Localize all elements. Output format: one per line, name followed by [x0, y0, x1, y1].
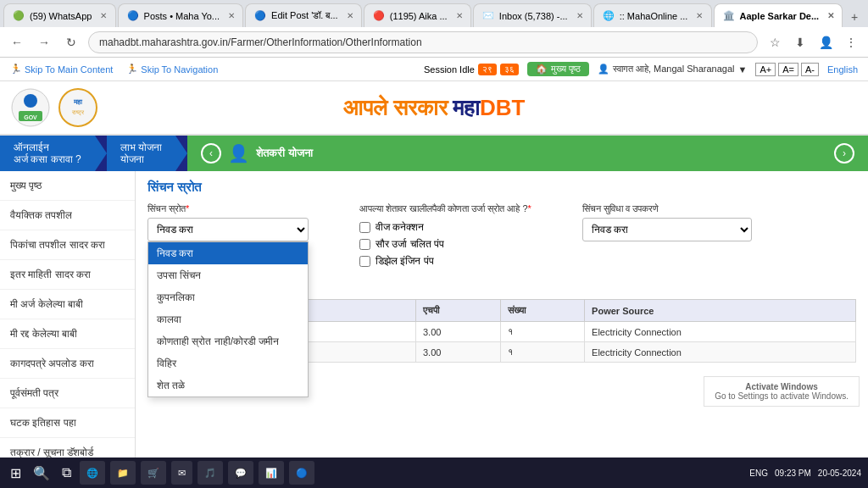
sidebar-item-other-info[interactable]: इतर माहिती सादर करा: [0, 260, 135, 290]
checkbox-diesel[interactable]: डिझेल इंजिन पंप: [359, 255, 531, 267]
taskbar-app5[interactable]: 🎵: [198, 461, 223, 485]
navigation-bar: ← → ↻ ☆ ⬇ 👤 ⋮: [0, 27, 868, 58]
checkbox-group: वीज कनेक्शन सौर उर्जा चलित पंप डिझेल इंज…: [359, 221, 531, 267]
taskbar-chrome[interactable]: 🔵: [289, 461, 314, 485]
checkbox-electricity[interactable]: वीज कनेक्शन: [359, 221, 531, 233]
font-increase-btn[interactable]: A+: [755, 63, 776, 76]
tab-label: (59) WhatsApp: [30, 11, 92, 21]
skip-nav-link[interactable]: 🏃 Skip To Navigation: [126, 64, 218, 75]
skip-main-link[interactable]: 🏃 Skip To Main Content: [10, 64, 113, 75]
tab-favicon: 🏛️: [723, 10, 735, 21]
sidebar-item-history[interactable]: घटक इतिहास पहा: [0, 408, 135, 438]
maha-dbt-text: महाDBT: [453, 95, 525, 121]
prev-btn[interactable]: ‹: [201, 143, 221, 164]
reload-button[interactable]: ↻: [61, 32, 81, 53]
source-select[interactable]: निवड करा: [147, 218, 309, 241]
tab-aaple-sarkar[interactable]: 🏛️ Aaple Sarkar De... ✕: [714, 3, 843, 27]
tab-close[interactable]: ✕: [100, 11, 107, 20]
main-content: सिंचन स्रोत सिंचन स्रोत* निवड करा निवड क…: [136, 171, 868, 458]
tab-favicon: ✉️: [482, 10, 494, 21]
url-bar[interactable]: [88, 31, 758, 53]
activate-windows-overlay: Activate Windows Go to Settings to activ…: [704, 376, 860, 407]
dropdown-option-5[interactable]: विहिर: [148, 352, 308, 374]
sidebar-item-cancelled[interactable]: मी रद्द केलेल्या बाबी: [0, 319, 135, 349]
checkbox-solar-input[interactable]: [359, 239, 370, 250]
taskbar-app6[interactable]: 💬: [228, 461, 253, 485]
tab-youtube[interactable]: 🔴 (1195) Aika ... ✕: [364, 3, 471, 27]
tab-close[interactable]: ✕: [696, 11, 703, 20]
cell-source-1: Electricity Connection: [585, 342, 856, 363]
download-button[interactable]: ⬇: [790, 32, 810, 53]
tab-close[interactable]: ✕: [456, 11, 463, 20]
farmer-scheme-label: शेतकरी योजना: [256, 147, 313, 160]
browser-tabs: 🟢 (59) WhatsApp ✕ 🔵 Posts • Maha Yo... ✕…: [0, 0, 868, 27]
facility-select[interactable]: निवड करा: [582, 218, 752, 241]
source-dropdown-menu: निवड करा उपसा सिंचन कुपनलिका कालवा कोणता…: [147, 241, 309, 397]
sidebar-item-home[interactable]: मुख्य पृष्ठ: [0, 171, 135, 201]
dropdown-option-4[interactable]: कोणताही स्रोत नाही/कोरडी जमीन: [148, 330, 308, 352]
cell-qty-0: १: [501, 322, 585, 342]
col-source: Power Source: [585, 300, 856, 322]
taskbar-edge[interactable]: 🌐: [80, 461, 105, 485]
checkbox-solar[interactable]: सौर उर्जा चलित पंप: [359, 238, 531, 250]
breadcrumb-arrow1: [95, 136, 107, 171]
tab-close[interactable]: ✕: [576, 11, 583, 20]
font-size-controls: A+ A= A-: [755, 63, 819, 76]
dropdown-option-6[interactable]: शेत तळे: [148, 374, 308, 396]
dropdown-option-3[interactable]: कालवा: [148, 308, 308, 330]
task-view-button[interactable]: ⧉: [58, 463, 75, 482]
tab-label: Aaple Sarkar De...: [740, 11, 820, 21]
start-button[interactable]: ⊞: [7, 463, 25, 483]
taskbar-app7[interactable]: 📊: [259, 461, 284, 485]
checkbox-electricity-input[interactable]: [359, 222, 370, 233]
language-btn[interactable]: English: [827, 64, 858, 75]
taskbar-email[interactable]: ✉: [171, 461, 192, 485]
svg-point-4: [59, 89, 97, 126]
source-group: सिंचन स्रोत* निवड करा निवड करा उपसा सिंच…: [147, 203, 309, 267]
session-btn2[interactable]: ३६: [500, 64, 519, 75]
sidebar-item-documents[interactable]: कागदपत्रे अपलोड करा: [0, 349, 135, 379]
breadcrumb-item-how[interactable]: ऑनलाईन अर्ज कसा करावा ?: [0, 136, 95, 171]
new-tab-button[interactable]: +: [844, 7, 865, 27]
session-btn1[interactable]: २९: [478, 64, 497, 75]
profile-button[interactable]: 👤: [815, 32, 836, 53]
taskbar-date: 20-05-2024: [818, 469, 861, 478]
source-dropdown-container: निवड करा निवड करा उपसा सिंचन कुपनलिका का…: [147, 218, 309, 241]
accessibility-icon: 🏃: [10, 64, 22, 75]
access-right: Session Idle २९ ३६ 🏠 मुख्य पृष्ठ 👤 स्वाग…: [424, 62, 858, 76]
sidebar-item-personal[interactable]: वैयक्तिक तपशील: [0, 201, 135, 230]
tab-posts[interactable]: 🔵 Posts • Maha Yo... ✕: [118, 3, 244, 27]
dropdown-option-0[interactable]: निवड करा: [148, 242, 308, 264]
tab-mahaonline[interactable]: 🌐 :: MahaOnline ... ✕: [593, 3, 712, 27]
navigation-icon: 🏃: [126, 64, 138, 75]
taskbar-store[interactable]: 🛒: [141, 461, 166, 485]
taskbar-files[interactable]: 📁: [110, 461, 136, 485]
menu-button[interactable]: ⋮: [841, 32, 861, 53]
tab-close[interactable]: ✕: [347, 11, 353, 20]
font-decrease-btn[interactable]: A-: [801, 63, 819, 76]
checkbox-diesel-input[interactable]: [359, 256, 370, 267]
tab-gmail[interactable]: ✉️ Inbox (5,738) -... ✕: [473, 3, 592, 27]
bookmark-button[interactable]: ☆: [765, 32, 785, 53]
dropdown-option-1[interactable]: उपसा सिंचन: [148, 264, 308, 286]
user-icon: 👤: [598, 64, 609, 75]
sidebar-item-consent[interactable]: पूर्वसंमती पत्र: [0, 379, 135, 408]
tab-close[interactable]: ✕: [228, 11, 235, 20]
tab-edit[interactable]: 🔵 Edit Post 'डॉ. ब... ✕: [245, 3, 362, 27]
tab-whatsapp[interactable]: 🟢 (59) WhatsApp ✕: [3, 3, 116, 27]
font-reset-btn[interactable]: A=: [778, 63, 798, 76]
breadcrumb-item-benefit[interactable]: लाभ योजना योजना: [107, 136, 175, 171]
tab-label: Posts • Maha Yo...: [144, 11, 220, 21]
dropdown-icon: ▼: [738, 64, 748, 75]
dropdown-option-2[interactable]: कुपनलिका: [148, 286, 308, 308]
back-button[interactable]: ←: [7, 32, 27, 53]
next-btn[interactable]: ›: [834, 143, 854, 164]
sidebar-item-crops[interactable]: पिकांचा तपशील सादर करा: [0, 230, 135, 260]
search-button[interactable]: 🔍: [30, 463, 53, 483]
sidebar-item-applied[interactable]: मी अर्ज केलेल्या बाबी: [0, 290, 135, 319]
tab-close[interactable]: ✕: [827, 11, 834, 20]
home-button[interactable]: 🏠 मुख्य पृष्ठ: [527, 62, 589, 76]
forward-button[interactable]: →: [34, 32, 54, 53]
source-label: सिंचन स्रोत*: [147, 203, 309, 214]
breadcrumb-nav: ऑनलाईन अर्ज कसा करावा ? लाभ योजना योजना …: [0, 136, 868, 171]
